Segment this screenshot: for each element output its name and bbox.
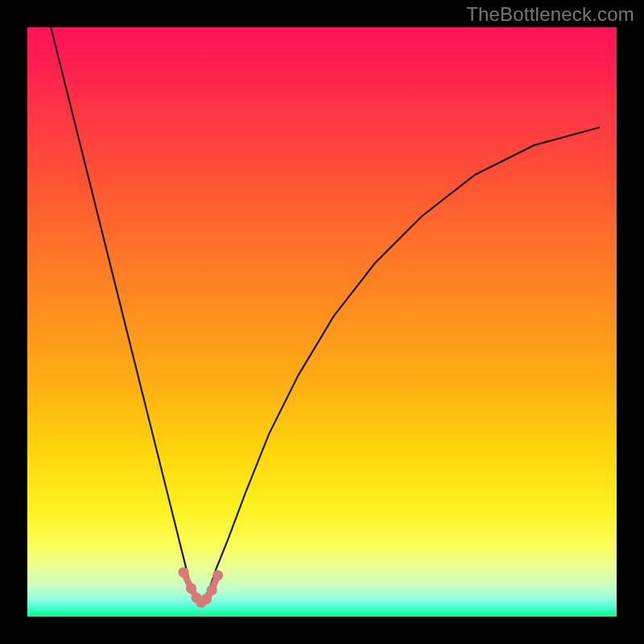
marker-dot: [186, 583, 196, 593]
marker-dot: [213, 570, 223, 580]
bottleneck-curve-right: [198, 127, 599, 605]
plot-area: [27, 27, 617, 617]
marker-dot: [201, 593, 212, 604]
curve-svg: [27, 27, 617, 617]
min-region-dots: [178, 568, 223, 609]
chart-frame: TheBottleneck.com: [0, 0, 644, 644]
marker-dot: [178, 568, 188, 578]
watermark-text: TheBottleneck.com: [466, 3, 634, 26]
bottleneck-curve-left: [51, 27, 198, 605]
marker-dot: [207, 584, 217, 595]
